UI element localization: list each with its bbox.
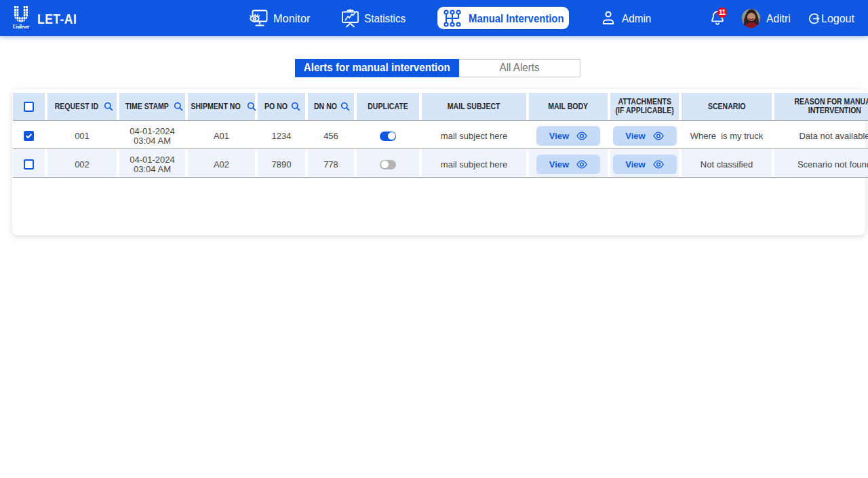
svg-text:Unilever: Unilever [13, 24, 31, 30]
